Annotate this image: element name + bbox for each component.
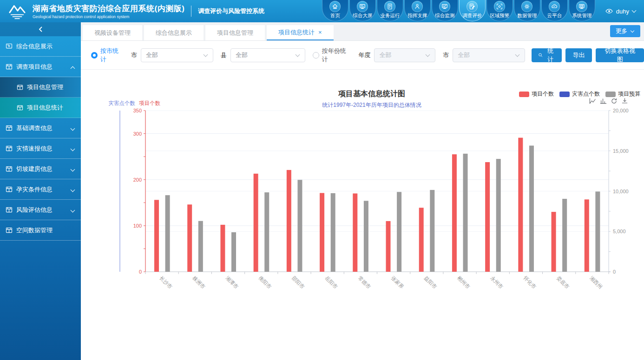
svg-text:20,000: 20,000 [613,108,629,113]
stat-button-label: 统计 [546,47,556,64]
bar-项目预算-张家界[interactable] [397,192,401,272]
business-icon [387,3,393,10]
bar-项目预算-永州市[interactable] [496,159,501,272]
title-divider [191,6,191,17]
sidebar-item-0[interactable]: 综合信息展示 [0,36,81,57]
sidebar-subitem-1-1[interactable]: 项目信息统计 [0,98,81,118]
bar-chart-icon[interactable] [600,98,607,105]
svg-text:350: 350 [133,108,142,113]
switch-table-view-button[interactable]: 切换表格视图 [596,48,644,62]
bar-项目预算-岳阳市[interactable] [331,193,335,272]
svg-text:200: 200 [133,177,142,183]
bar-项目个数-郴州市[interactable] [452,154,457,272]
bar-项目个数-常德市[interactable] [353,193,357,272]
search-icon [538,52,543,58]
nav-item-1[interactable]: 综合大屏 [349,0,376,21]
chevron-down-icon [204,52,208,57]
bar-项目个数-岳阳市[interactable] [320,193,324,272]
more-button[interactable]: 更多 [610,25,640,37]
bar-项目个数-湘西州[interactable] [585,199,589,272]
user-menu[interactable]: duhy [605,8,637,15]
county-label: 县 [221,51,227,59]
bar-项目个数-益阳市[interactable] [419,208,424,272]
restore-icon[interactable] [611,98,618,105]
city2-select[interactable]: 全部 [453,48,525,62]
user-name: duhy [616,8,629,15]
stat-button[interactable]: 统计 [532,48,562,62]
bar-项目预算-湘西州[interactable] [595,191,600,272]
nav-item-9[interactable]: 系统管理 [569,0,595,21]
sidebar-item-4[interactable]: 切坡建房信息 [0,159,81,179]
nav-item-8[interactable]: 云平台 [541,0,568,21]
sidebar-item-1[interactable]: 调查项目信息 [0,57,81,77]
bar-项目预算-常德市[interactable] [364,201,368,272]
line-chart-icon[interactable] [589,98,596,105]
sidebar-item-2[interactable]: 基础调查信息 [0,118,81,138]
bar-项目个数-湘潭市[interactable] [220,225,225,272]
year-label: 年度 [358,51,370,59]
data-manage-icon [524,3,530,10]
app-title: 湖南省地质灾害防治综合应用系统(内测版) [33,3,184,14]
bar-项目个数-张家界[interactable] [386,221,391,272]
chevron-left-icon [38,26,43,33]
nav-item-3[interactable]: 指挥支撑 [404,0,431,21]
city-select[interactable]: 全部 [141,48,213,62]
sidebar-item-3[interactable]: 灾情速报信息 [0,138,81,159]
legend-item-2[interactable]: 项目预算 [605,90,640,98]
county-select-value: 全部 [236,51,248,59]
close-icon[interactable]: × [318,29,322,35]
chevron-down-icon [71,126,75,131]
bar-项目个数-长沙市[interactable] [154,200,159,272]
bar-项目预算-益阳市[interactable] [430,190,434,272]
bar-项目个数-株洲市[interactable] [187,204,192,272]
bar-项目预算-湘潭市[interactable] [231,232,236,272]
bar-项目个数-永州市[interactable] [485,162,490,272]
bar-项目预算-怀化市[interactable] [529,145,534,272]
nav-item-2[interactable]: 业务运行 [377,0,403,21]
tab-2[interactable]: 项目信息管理 [205,25,265,40]
chevron-up-icon [71,66,75,71]
nav-item-0[interactable]: 首页 [322,0,348,21]
nav-item-label: 调查评价 [460,13,485,19]
radio-by-year[interactable]: 按年份统计 [313,47,351,64]
radio-by-city-label: 按市统计 [100,47,124,64]
bar-项目预算-株洲市[interactable] [198,221,203,272]
sidebar-subitem-1-0[interactable]: 项目信息管理 [0,77,81,98]
svg-text:灾害点个数: 灾害点个数 [108,100,135,106]
export-button[interactable]: 导出 [565,48,592,62]
legend-item-1[interactable]: 灾害点个数 [559,90,600,98]
nav-item-7[interactable]: 数据管理 [514,0,540,21]
bar-项目个数-娄底市[interactable] [552,212,556,272]
county-select[interactable]: 全部 [230,48,305,62]
bar-项目预算-长沙市[interactable] [165,195,170,272]
chart-subtitle: 统计1997年-2021年历年项目的总体情况 [232,101,511,109]
nav-item-4[interactable]: 综合监测 [432,0,458,21]
nav-item-6[interactable]: 区域预警 [486,0,513,21]
line-chart-icon [589,98,596,105]
legend-item-0[interactable]: 项目个数 [519,90,554,98]
bar-项目预算-邵阳市[interactable] [297,180,302,272]
legend-swatch [559,92,570,97]
bar-项目个数-邵阳市[interactable] [287,170,291,272]
sidebar-collapse-button[interactable] [0,22,81,36]
tab-3[interactable]: 项目信息统计× [267,25,334,40]
bar-项目预算-娄底市[interactable] [562,199,567,272]
svg-text:100: 100 [133,223,142,229]
sidebar-item-5[interactable]: 孕灾条件信息 [0,179,81,200]
bar-项目预算-郴州市[interactable] [463,154,468,272]
bar-项目个数-衡阳市[interactable] [254,174,258,272]
bar-项目预算-衡阳市[interactable] [264,192,269,272]
sidebar-item-7[interactable]: 空间数据管理 [0,220,81,241]
bar-项目个数-怀化市[interactable] [518,137,523,272]
sidebar-item-6[interactable]: 风险评估信息 [0,200,81,220]
tab-1[interactable]: 综合信息展示 [144,25,204,40]
table-icon [6,206,13,213]
tab-0[interactable]: 视频设备管理 [83,25,142,40]
download-icon[interactable] [621,98,628,105]
nav-item-5[interactable]: 调查评价 [459,0,486,21]
logo-mountain-icon [7,2,28,20]
region-warning-icon [496,3,503,10]
year-select[interactable]: 全部 [374,48,435,62]
radio-by-city[interactable]: 按市统计 [91,47,124,64]
app-header: 湖南省地质灾害防治综合应用系统(内测版) Geological hazard p… [0,0,644,22]
